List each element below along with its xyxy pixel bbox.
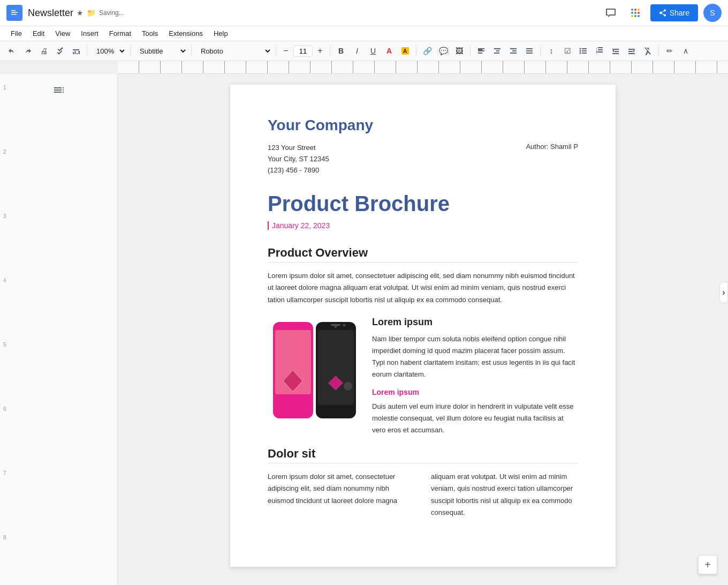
- address-line3: (123) 456 - 7890: [268, 165, 329, 176]
- document-scroll-area[interactable]: Your Company 123 Your Street Your City, …: [118, 74, 728, 585]
- menu-view[interactable]: View: [51, 27, 74, 40]
- style-select[interactable]: Subtitle Normal text Title Heading 1 Hea…: [134, 45, 188, 57]
- menu-file[interactable]: File: [6, 27, 26, 40]
- spellcheck-button[interactable]: [52, 43, 67, 58]
- svg-point-11: [634, 15, 636, 17]
- share-label: Share: [670, 9, 689, 17]
- svg-point-15: [580, 48, 581, 50]
- svg-text:A: A: [403, 48, 407, 54]
- print-button[interactable]: 🖨: [36, 43, 51, 58]
- image-insert-button[interactable]: 🖼: [452, 43, 467, 58]
- separator: [416, 46, 416, 56]
- company-name: Your Company: [268, 117, 578, 134]
- top-right-actions: Share S: [601, 3, 722, 22]
- page-num-5: 5: [3, 342, 6, 406]
- decrease-indent-button[interactable]: [608, 43, 623, 58]
- svg-rect-26: [331, 324, 340, 326]
- bold-button[interactable]: B: [333, 43, 348, 58]
- account-button[interactable]: S: [703, 4, 722, 22]
- bullet-list-button[interactable]: [576, 43, 591, 58]
- decrease-font-button[interactable]: −: [279, 44, 292, 57]
- folder-icon[interactable]: 📁: [87, 9, 96, 17]
- page-num-3: 3: [3, 213, 6, 278]
- svg-point-12: [638, 15, 640, 17]
- share-button[interactable]: Share: [650, 4, 698, 21]
- page-num-4: 4: [3, 278, 6, 342]
- star-icon[interactable]: ★: [77, 9, 84, 17]
- two-col-section: Lorem ipsum Nam liber tempor cum soluta …: [268, 317, 578, 437]
- dolor-two-col: Lorem ipsum dolor sit amet, consectetuer…: [268, 471, 578, 518]
- checklist-button[interactable]: ☑: [560, 43, 575, 58]
- ruler: [118, 61, 728, 74]
- right-panel-collapse[interactable]: ›: [719, 282, 728, 303]
- separator: [330, 46, 330, 56]
- add-button[interactable]: +: [698, 555, 717, 574]
- lorem-body: Nam liber tempor cum soluta nobis eleife…: [372, 333, 578, 380]
- font-size-input[interactable]: [293, 46, 313, 57]
- doc-title[interactable]: Newsletter: [28, 8, 73, 19]
- font-select[interactable]: Roboto Arial Times New Roman: [195, 45, 272, 57]
- menu-insert[interactable]: Insert: [77, 27, 103, 40]
- page-num-1: 1: [3, 85, 6, 149]
- phone-content: Lorem ipsum Nam liber tempor cum soluta …: [372, 317, 578, 437]
- separator: [470, 46, 471, 56]
- align-justify-button[interactable]: [522, 43, 537, 58]
- line-spacing-button[interactable]: ↕: [544, 43, 559, 58]
- align-left-button[interactable]: [474, 43, 489, 58]
- separator: [191, 46, 192, 56]
- numbered-list-button[interactable]: [592, 43, 607, 58]
- menu-extensions[interactable]: Extensions: [164, 27, 207, 40]
- separator: [276, 46, 276, 56]
- menu-format[interactable]: Format: [105, 27, 135, 40]
- lorem-link: Lorem ipsum: [372, 388, 578, 396]
- lorem-sub: Duis autem vel eum iriure dolor in hendr…: [372, 401, 578, 436]
- outline-icon[interactable]: [52, 84, 65, 99]
- menu-help[interactable]: Help: [209, 27, 232, 40]
- phone-image-container: [268, 317, 361, 437]
- svg-point-17: [580, 52, 581, 54]
- zoom-select[interactable]: 100% 75% 150%: [90, 45, 127, 57]
- page-num-7: 7: [3, 470, 6, 535]
- paint-format-button[interactable]: [69, 43, 84, 58]
- menu-bar: File Edit View Insert Format Tools Exten…: [0, 26, 728, 41]
- doc-title-area: Newsletter ★ 📁 Saving...: [28, 8, 596, 19]
- svg-rect-2: [11, 12, 18, 13]
- menu-edit[interactable]: Edit: [28, 27, 49, 40]
- align-right-button[interactable]: [506, 43, 521, 58]
- section1-body: Lorem ipsum dolor sit amet, consectetuer…: [268, 270, 578, 305]
- google-apps-button[interactable]: [626, 3, 645, 22]
- menu-tools[interactable]: Tools: [138, 27, 162, 40]
- link-button[interactable]: 🔗: [420, 43, 435, 58]
- page-num-8: 8: [3, 535, 6, 585]
- svg-point-10: [631, 15, 633, 17]
- main-layout: 1 2 3 4 5 6 7 8 Your Company 123 Your St…: [0, 74, 728, 585]
- editing-mode-button[interactable]: ✏: [662, 43, 677, 58]
- comment-button[interactable]: [601, 3, 620, 22]
- svg-point-6: [638, 9, 640, 11]
- italic-button[interactable]: I: [350, 43, 365, 58]
- svg-point-28: [344, 324, 345, 326]
- svg-rect-1: [11, 10, 16, 11]
- undo-button[interactable]: [4, 43, 19, 58]
- address-block: 123 Your Street Your City, ST 12345 (123…: [268, 142, 329, 176]
- clear-format-button[interactable]: [640, 43, 655, 58]
- highlight-button[interactable]: A: [398, 43, 413, 58]
- redo-button[interactable]: [20, 43, 35, 58]
- toolbar-collapse-button[interactable]: ∧: [678, 43, 693, 58]
- separator: [658, 46, 659, 56]
- underline-button[interactable]: U: [366, 43, 381, 58]
- app-icon: [6, 5, 22, 21]
- align-center-button[interactable]: [490, 43, 505, 58]
- text-color-button[interactable]: A: [382, 43, 397, 58]
- svg-point-21: [344, 382, 352, 391]
- increase-font-button[interactable]: +: [314, 44, 327, 57]
- svg-point-16: [580, 50, 581, 52]
- svg-point-4: [631, 9, 633, 11]
- comment-insert-button[interactable]: 💬: [436, 43, 451, 58]
- document-page: Your Company 123 Your Street Your City, …: [230, 85, 616, 567]
- increase-indent-button[interactable]: [624, 43, 639, 58]
- dolor-col2: aliquam erat volutpat. Ut wisi enim ad m…: [431, 471, 578, 518]
- address-line2: Your City, ST 12345: [268, 154, 329, 165]
- sidebar: 1 2 3 4 5 6 7 8: [0, 74, 118, 585]
- page-num-2: 2: [3, 149, 6, 213]
